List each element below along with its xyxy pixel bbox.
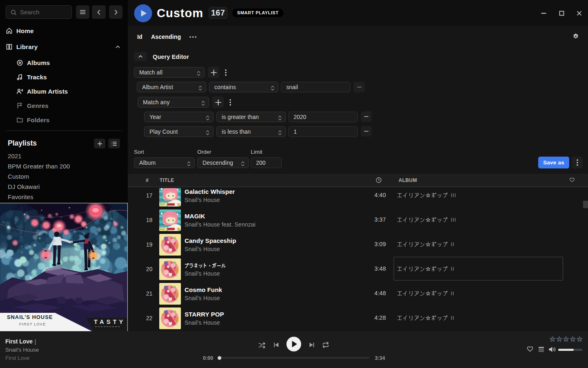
svg-text:FIRST LOVE: FIRST LOVE <box>19 322 46 326</box>
svg-text:TASTY: TASTY <box>94 319 125 325</box>
svg-text:SNAIL'S HOUSE: SNAIL'S HOUSE <box>7 314 53 320</box>
